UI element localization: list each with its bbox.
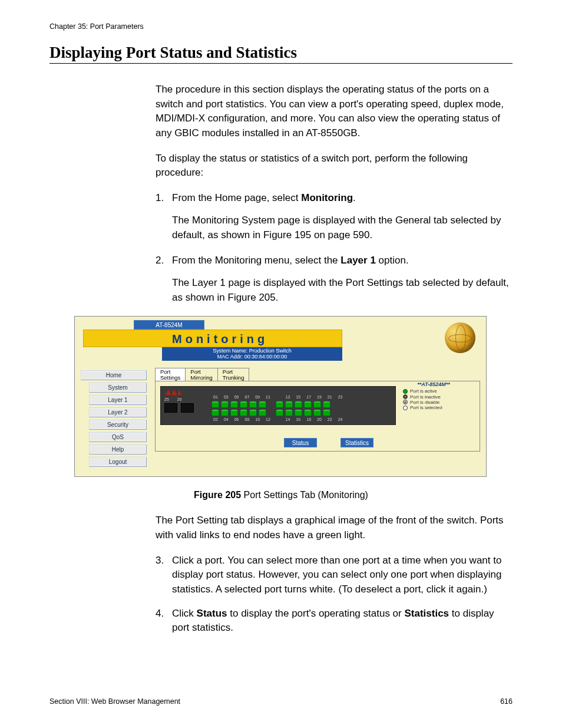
port-22[interactable] <box>313 409 321 416</box>
page-title: Displaying Port Status and Statistics <box>49 44 513 64</box>
step-2: 2. From the Monitoring menu, select the … <box>156 253 513 305</box>
model-strip: AT-8524M <box>134 320 204 330</box>
port-05[interactable] <box>230 401 238 408</box>
port-12[interactable] <box>259 409 266 416</box>
tab-strip: Port Settings Port Mirroring Port Trunki… <box>155 368 480 381</box>
step-3: 3. Click a port. You can select more tha… <box>156 554 513 597</box>
step-4: 4. Click Status to display the port's op… <box>156 607 513 635</box>
port-06[interactable] <box>230 409 238 416</box>
port-legend: **AT-8524M** Port is active Port is inac… <box>403 381 464 410</box>
port-04[interactable] <box>221 409 229 416</box>
port-numbers-bottom: 020406081012141618202224 <box>213 417 343 421</box>
step-1-note: The Monitoring System page is displayed … <box>172 213 513 242</box>
port-row-top <box>211 401 330 408</box>
nav-security[interactable]: Security <box>89 420 147 430</box>
port-16[interactable] <box>285 409 293 416</box>
nav-system[interactable]: System <box>89 383 147 393</box>
nav-layer2[interactable]: Layer 2 <box>89 407 147 417</box>
port-03[interactable] <box>221 401 229 408</box>
port-21[interactable] <box>313 401 321 408</box>
legend-dot-disable-icon <box>403 400 408 404</box>
uplink-port-26[interactable] <box>181 403 194 413</box>
port-09[interactable] <box>249 401 257 408</box>
nav-help[interactable]: Help <box>89 444 147 454</box>
footer-page-number: 616 <box>500 697 513 706</box>
port-10[interactable] <box>249 409 257 416</box>
port-numbers-top: 010305070911131517192123 <box>213 395 343 399</box>
port-24[interactable] <box>323 409 330 416</box>
intro-paragraph-1: The procedure in this section displays t… <box>156 83 513 141</box>
status-button[interactable]: Status <box>284 438 317 447</box>
chapter-header: Chapter 35: Port Parameters <box>49 22 513 31</box>
monitoring-title-bar: Monitoring <box>83 330 342 347</box>
uplink-port-25[interactable] <box>164 403 177 413</box>
port-14[interactable] <box>276 409 283 416</box>
nav-qos[interactable]: QoS <box>89 432 147 442</box>
legend-dot-inactive-icon <box>403 394 408 399</box>
figure-205: AT-8524M Monitoring System Name: Product… <box>74 316 513 477</box>
legend-dot-selected-icon <box>403 406 408 410</box>
port-row-bottom <box>211 409 330 416</box>
step-1: 1. From the Home page, select Monitoring… <box>156 191 513 243</box>
nav-home[interactable]: Home <box>81 370 147 380</box>
port-settings-panel: 25 26 010305070911131517192123 <box>155 381 480 452</box>
nav-layer1[interactable]: Layer 1 <box>89 395 147 405</box>
statistics-button[interactable]: Statistics <box>340 438 373 447</box>
switch-faceplate: 25 26 010305070911131517192123 <box>160 386 396 425</box>
nav-logout[interactable]: Logout <box>89 457 147 467</box>
system-info-bar: System Name: Production Switch MAC Addr:… <box>162 347 342 361</box>
figure-caption: Figure 205 Port Settings Tab (Monitoring… <box>49 490 513 500</box>
intro-paragraph-2: To display the status or statistics of a… <box>156 151 513 180</box>
port-08[interactable] <box>240 409 247 416</box>
after-figure-paragraph: The Port Setting tab displays a graphica… <box>156 513 513 542</box>
footer-section: Section VIII: Web Browser Management <box>49 697 180 706</box>
tab-port-settings[interactable]: Port Settings <box>155 368 186 381</box>
globe-icon <box>445 322 475 353</box>
port-15[interactable] <box>285 401 293 408</box>
uplink-label-25: 25 <box>164 397 169 401</box>
port-07[interactable] <box>240 401 247 408</box>
app-window: AT-8524M Monitoring System Name: Product… <box>74 316 487 477</box>
port-11[interactable] <box>259 401 266 408</box>
legend-model: **AT-8524M** <box>403 381 464 387</box>
port-02[interactable] <box>211 409 219 416</box>
port-01[interactable] <box>211 401 219 408</box>
vendor-logo-icon <box>166 389 181 395</box>
port-17[interactable] <box>295 401 302 408</box>
port-19[interactable] <box>304 401 312 408</box>
step-2-note: The Layer 1 page is displayed with the P… <box>172 276 513 305</box>
sidebar-nav: Home System Layer 1 Layer 2 Security QoS… <box>81 370 147 467</box>
uplink-label-26: 26 <box>177 397 182 401</box>
legend-dot-active-icon <box>403 389 408 394</box>
tab-port-trunking[interactable]: Port Trunking <box>217 368 250 381</box>
port-18[interactable] <box>295 409 302 416</box>
port-13[interactable] <box>276 401 283 408</box>
port-20[interactable] <box>304 409 312 416</box>
tab-port-mirroring[interactable]: Port Mirroring <box>185 368 217 381</box>
port-23[interactable] <box>323 401 330 408</box>
